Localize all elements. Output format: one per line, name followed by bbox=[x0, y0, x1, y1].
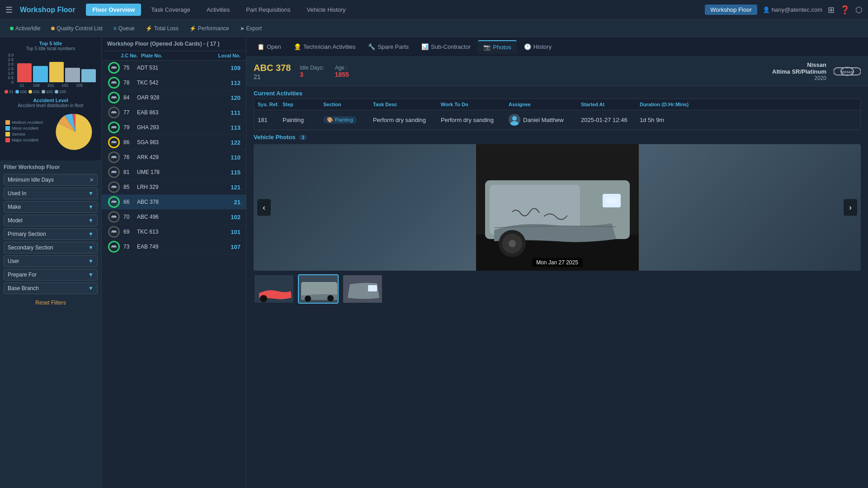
svg-point-3 bbox=[115, 83, 117, 85]
thumbnail-3[interactable] bbox=[342, 274, 383, 304]
table-header: J.C No. Plate No. Local No. bbox=[102, 51, 246, 61]
user-arrow: ▼ bbox=[88, 258, 94, 264]
legend-dot-4 bbox=[42, 90, 45, 94]
th-section: Section bbox=[323, 102, 373, 107]
cell-local: 101 bbox=[213, 229, 241, 235]
legend-item-100: 100 bbox=[15, 89, 27, 94]
photo-next-button[interactable]: › bbox=[844, 199, 857, 216]
table-row[interactable]: 78 TKC 542 112 bbox=[102, 75, 246, 90]
active-idle-label: Active/Idle bbox=[15, 25, 40, 32]
car-status-icon bbox=[107, 242, 121, 252]
cell-jc: 79 bbox=[123, 124, 137, 131]
tab-spare-parts[interactable]: 🔧 Spare Parts bbox=[363, 41, 414, 53]
car-silhouette bbox=[110, 184, 118, 190]
tab-history-label: History bbox=[533, 43, 552, 50]
cell-local: 113 bbox=[213, 124, 241, 131]
tab-sub-contractor[interactable]: 📊 Sub-Contractor bbox=[416, 41, 476, 53]
th-work-to-do: Work To Do bbox=[441, 102, 509, 107]
car-status-icon bbox=[107, 227, 121, 237]
th-local: Local No. bbox=[213, 53, 241, 58]
subnav-queue[interactable]: ≡ Queue bbox=[109, 23, 139, 33]
cell-plate: OAR 928 bbox=[137, 94, 213, 101]
subnav-performance[interactable]: ⚡ Performance bbox=[185, 23, 234, 33]
subnav-quality-control[interactable]: Quality Control List bbox=[47, 23, 107, 33]
activity-section: 🎨 Painting bbox=[323, 116, 373, 124]
nav-tab-floor-overview[interactable]: Floor Overview bbox=[86, 4, 141, 16]
y-axis: 3.02.52.01.51.00.50 bbox=[4, 53, 14, 82]
vehicle-make: Nissan bbox=[772, 61, 826, 68]
photos-count-badge: 3 bbox=[299, 135, 307, 140]
subnav-active-idle[interactable]: Active/Idle bbox=[5, 23, 45, 33]
photo-thumbnails bbox=[254, 274, 861, 304]
model-arrow: ▼ bbox=[88, 217, 94, 224]
tab-photos-label: Photos bbox=[493, 44, 511, 51]
primary-section-select[interactable]: Primary Section ▼ bbox=[4, 228, 98, 240]
grid-icon[interactable]: ⊞ bbox=[828, 5, 835, 15]
table-row[interactable]: 69 TKC 613 101 bbox=[102, 225, 246, 239]
tab-open[interactable]: 📋 Open bbox=[252, 41, 287, 53]
th-duration: Duration (D:Hr:Mins) bbox=[640, 102, 689, 107]
subnav-export[interactable]: ➤ Export bbox=[236, 23, 267, 33]
tab-open-label: Open bbox=[267, 43, 281, 50]
th-jc: J.C No. bbox=[121, 53, 141, 58]
active-idle-dot bbox=[10, 27, 14, 30]
make-select[interactable]: Make ▼ bbox=[4, 201, 98, 213]
table-row[interactable]: 84 OAR 928 120 bbox=[102, 90, 246, 105]
reset-filters-button[interactable]: Reset Filters bbox=[4, 298, 98, 308]
user-select[interactable]: User ▼ bbox=[4, 255, 98, 267]
assignee-name: Daniel Matthew bbox=[523, 117, 564, 123]
top5-subtitle: Top 5 Idle local numbers bbox=[4, 46, 98, 51]
model-select[interactable]: Model ▼ bbox=[4, 215, 98, 226]
cell-plate: UME 178 bbox=[137, 169, 213, 175]
nav-tab-vehicle-history[interactable]: Vehicle History bbox=[301, 4, 352, 16]
clear-icon[interactable]: ✕ bbox=[90, 177, 94, 183]
workshop-floor-badge[interactable]: Workshop Floor bbox=[705, 5, 757, 15]
tab-history[interactable]: 🕐 History bbox=[519, 41, 557, 53]
table-row[interactable]: 86 SGA 983 122 bbox=[102, 135, 246, 150]
cell-jc: 70 bbox=[123, 214, 137, 220]
table-row[interactable]: 75 ADT 531 109 bbox=[102, 61, 246, 75]
sub-navigation: Active/Idle Quality Control List ≡ Queue… bbox=[0, 20, 868, 37]
used-in-arrow: ▼ bbox=[88, 190, 94, 197]
hamburger-menu[interactable]: ☰ bbox=[5, 5, 13, 15]
total-loss-icon: ⚡ bbox=[146, 25, 152, 32]
tab-tech-activities[interactable]: 👷 Technician Activities bbox=[288, 41, 361, 53]
subnav-total-loss[interactable]: ⚡ Total Loss bbox=[141, 23, 183, 33]
pie-chart-svg bbox=[55, 112, 96, 152]
base-branch-select[interactable]: Base Branch ▼ bbox=[4, 282, 98, 294]
table-row[interactable]: 70 ABC 496 102 bbox=[102, 210, 246, 225]
used-in-select[interactable]: Used In ▼ bbox=[4, 188, 98, 199]
main-layout: Top 5 Idle Top 5 Idle local numbers 3.02… bbox=[0, 37, 868, 488]
svg-point-6 bbox=[112, 113, 113, 115]
legend-item-102: 102 bbox=[42, 89, 53, 94]
bar-label-2: 100 bbox=[30, 83, 43, 88]
filter-base-branch: Base Branch ▼ bbox=[4, 282, 98, 294]
table-row[interactable]: 73 EAB 749 107 bbox=[102, 239, 246, 254]
table-row[interactable]: 66 ABC 378 21 bbox=[102, 195, 246, 210]
secondary-section-select[interactable]: Secondary Section ▼ bbox=[4, 242, 98, 253]
performance-icon: ⚡ bbox=[189, 25, 196, 32]
help-icon[interactable]: ❓ bbox=[840, 5, 850, 15]
min-idle-days-input[interactable]: Minimum Idle Days ✕ bbox=[4, 174, 98, 186]
nav-tab-activities[interactable]: Activities bbox=[200, 4, 236, 16]
car-silhouette bbox=[110, 125, 118, 130]
table-row[interactable]: 81 UME 178 115 bbox=[102, 165, 246, 180]
exit-icon[interactable]: ⬡ bbox=[855, 5, 863, 15]
photo-prev-button[interactable]: ‹ bbox=[257, 199, 271, 216]
nav-tab-part-requisitions[interactable]: Part Requisitions bbox=[240, 4, 297, 16]
nav-tab-task-coverage[interactable]: Task Coverage bbox=[145, 4, 197, 16]
prepare-for-select[interactable]: Prepare For ▼ bbox=[4, 269, 98, 281]
legend-dot-5 bbox=[55, 90, 58, 94]
table-row[interactable]: 85 LRH 329 121 bbox=[102, 180, 246, 195]
secondary-section-label: Secondary Section bbox=[8, 244, 53, 251]
svg-rect-47 bbox=[368, 285, 377, 291]
table-row[interactable]: 77 EAB 863 111 bbox=[102, 105, 246, 120]
svg-point-0 bbox=[112, 68, 113, 70]
thumbnail-1[interactable] bbox=[254, 274, 294, 304]
table-row[interactable]: 79 GHA 293 113 bbox=[102, 120, 246, 135]
table-row[interactable]: 76 ARK 429 110 bbox=[102, 150, 246, 165]
th-assignee: Assignee bbox=[509, 102, 581, 107]
thumbnail-2[interactable] bbox=[298, 274, 339, 304]
car-silhouette bbox=[110, 199, 118, 205]
tab-photos[interactable]: 📷 Photos bbox=[478, 40, 516, 54]
